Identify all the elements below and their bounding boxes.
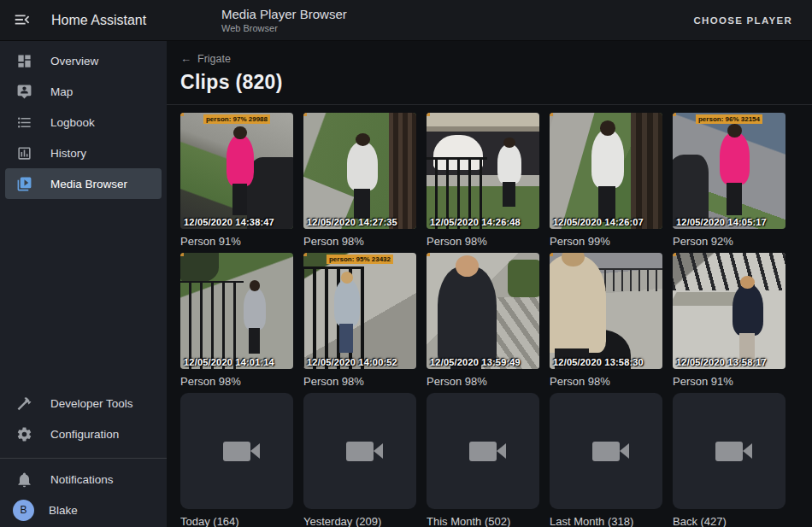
sidebar-item-label: Media Browser — [50, 178, 127, 190]
video-camera-icon — [592, 442, 620, 461]
page-title: Clips (820) — [180, 71, 798, 94]
sidebar-item-profile[interactable]: B Blake — [5, 495, 162, 525]
menu-open-icon[interactable] — [13, 10, 33, 31]
person-figure — [720, 132, 749, 184]
clip-card[interactable]: 12/05/2020 14:01:14 Person 98% — [180, 253, 293, 388]
folder-label: This Month (502) — [427, 515, 539, 527]
person-bbox — [550, 113, 553, 116]
person-bbox — [303, 253, 307, 256]
list-bulleted-icon — [14, 112, 34, 132]
folder-thumbnail — [303, 393, 416, 509]
person-bbox — [180, 113, 184, 116]
top-bar: Home Assistant Media Player Browser Web … — [0, 0, 812, 41]
media-browser-panel: ← Frigate Clips (820) person: 97% 29988 … — [167, 41, 812, 527]
video-camera-icon — [223, 442, 250, 461]
breadcrumb-back[interactable]: ← Frigate — [180, 52, 231, 65]
content-header: ← Frigate Clips (820) — [167, 41, 812, 105]
video-camera-icon — [715, 442, 743, 461]
sidebar-item-notifications[interactable]: Notifications — [5, 464, 162, 495]
sidebar-header: Home Assistant — [0, 10, 167, 31]
sidebar-item-label: Developer Tools — [50, 397, 133, 410]
clip-card[interactable]: person: 97% 29988 12/05/2020 14:38:47 Pe… — [180, 113, 293, 248]
clip-scene — [550, 253, 662, 369]
video-camera-icon — [346, 442, 374, 461]
person-bbox — [180, 253, 184, 256]
clip-card[interactable]: 12/05/2020 14:27:35 Person 98% — [303, 113, 416, 248]
person-figure — [497, 144, 521, 184]
sidebar-item-label: Logbook — [50, 116, 95, 129]
clip-scene — [550, 113, 662, 229]
person-figure — [438, 266, 497, 364]
sidebar-item-label: Notifications — [50, 473, 114, 486]
clip-card[interactable]: 12/05/2020 13:59:49 Person 98% — [427, 253, 539, 388]
sidebar-item-map[interactable]: Map — [5, 76, 162, 107]
detection-chip: person: 97% 29988 — [203, 114, 270, 124]
clip-timestamp: 12/05/2020 14:27:35 — [307, 217, 397, 227]
folder-thumbnail — [180, 393, 293, 509]
clip-timestamp: 12/05/2020 14:01:14 — [184, 357, 274, 367]
person-bbox — [673, 253, 676, 256]
person-figure — [244, 288, 266, 330]
folder-label: Back (427) — [673, 515, 786, 527]
person-figure — [591, 130, 624, 188]
user-name-label: Blake — [49, 504, 78, 517]
clip-scene — [303, 253, 416, 369]
clip-timestamp: 12/05/2020 13:58:30 — [553, 357, 644, 367]
sidebar-nav: Overview Map Logbook History Media Brows… — [0, 41, 167, 199]
gear-icon — [14, 424, 34, 444]
clip-thumbnail: 12/05/2020 14:27:35 — [303, 113, 416, 229]
folder-card[interactable]: Yesterday (209) — [303, 393, 416, 527]
person-figure — [347, 142, 378, 190]
detection-chip: person: 95% 23432 — [327, 255, 393, 264]
sidebar-item-configuration[interactable]: Configuration — [5, 419, 162, 449]
choose-player-button[interactable]: CHOOSE PLAYER — [686, 10, 799, 31]
folder-label: Today (164) — [180, 515, 293, 527]
clip-timestamp: 12/05/2020 13:58:17 — [676, 357, 767, 367]
person-figure — [733, 284, 763, 336]
clip-thumbnail: 12/05/2020 13:58:30 — [550, 253, 662, 369]
clip-caption: Person 92% — [673, 235, 786, 248]
clip-scene — [180, 253, 293, 369]
clip-card[interactable]: person: 96% 32154 12/05/2020 14:05:17 Pe… — [673, 113, 786, 248]
clip-timestamp: 12/05/2020 14:05:17 — [676, 217, 767, 227]
clip-scene — [673, 253, 786, 369]
clip-caption: Person 98% — [303, 375, 416, 388]
folder-card[interactable]: Today (164) — [180, 393, 293, 527]
sidebar-item-media-browser[interactable]: Media Browser — [5, 168, 162, 199]
clip-scene — [427, 113, 539, 229]
clip-card[interactable]: 12/05/2020 14:26:07 Person 99% — [550, 113, 662, 248]
sidebar-item-logbook[interactable]: Logbook — [5, 107, 162, 138]
clip-scene — [180, 113, 293, 229]
clip-card[interactable]: 12/05/2020 13:58:30 Person 98% — [550, 253, 662, 388]
sidebar-item-overview[interactable]: Overview — [5, 45, 162, 76]
folder-card[interactable]: Last Month (318) — [550, 393, 662, 527]
clip-caption: Person 98% — [427, 375, 539, 388]
clip-thumbnail: person: 96% 32154 12/05/2020 14:05:17 — [673, 113, 786, 229]
map-account-icon — [14, 81, 34, 102]
sidebar-footer: Developer Tools Configuration Notificati… — [0, 388, 167, 525]
hammer-icon — [14, 393, 34, 413]
sidebar-item-history[interactable]: History — [5, 138, 162, 168]
folder-label: Last Month (318) — [550, 515, 662, 527]
folder-thumbnail — [427, 393, 539, 509]
clip-scene — [303, 113, 416, 229]
clip-thumbnail: 12/05/2020 14:26:48 — [427, 113, 539, 229]
bell-icon — [14, 469, 34, 489]
clip-scene — [427, 253, 539, 369]
sidebar-item-developer-tools[interactable]: Developer Tools — [5, 388, 162, 419]
clip-thumbnail: 12/05/2020 14:01:14 — [180, 253, 293, 369]
sidebar-item-label: History — [50, 147, 86, 160]
folder-thumbnail — [550, 393, 662, 509]
app-title: Home Assistant — [51, 13, 146, 28]
person-bbox — [550, 253, 553, 256]
clip-timestamp: 12/05/2020 14:00:52 — [307, 357, 397, 367]
clip-card[interactable]: 12/05/2020 14:26:48 Person 98% — [427, 113, 539, 248]
clip-card[interactable]: person: 95% 23432 12/05/2020 14:00:52 Pe… — [303, 253, 416, 388]
clip-card[interactable]: 12/05/2020 13:58:17 Person 91% — [673, 253, 786, 388]
folder-card[interactable]: Back (427) — [673, 393, 786, 527]
clip-caption: Person 91% — [180, 235, 293, 248]
folder-card[interactable]: This Month (502) — [427, 393, 539, 527]
page-header: Media Player Browser Web Browser — [221, 7, 347, 34]
clip-thumbnail: 12/05/2020 13:59:49 — [427, 253, 539, 369]
clip-timestamp: 12/05/2020 13:59:49 — [430, 357, 521, 367]
